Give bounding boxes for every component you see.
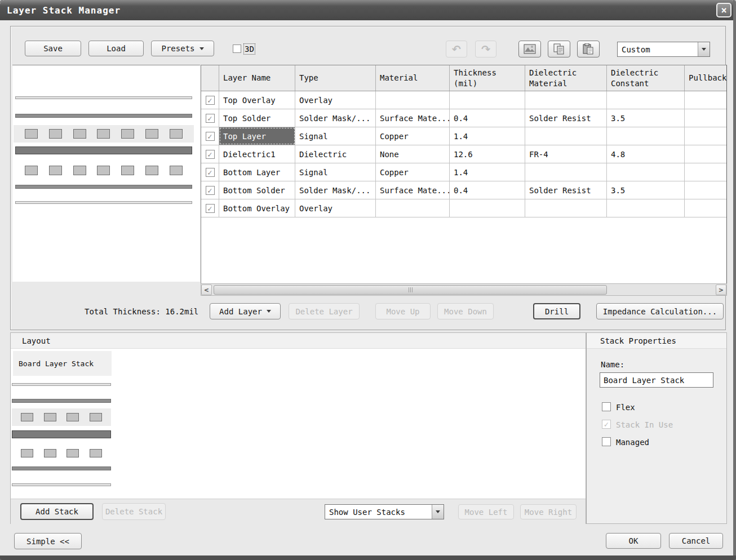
- cell-layer-name[interactable]: Top Solder: [219, 109, 295, 127]
- table-row[interactable]: ✓ Top Layer Signal Copper 1.4: [201, 127, 726, 145]
- cell-layer-name[interactable]: Dielectric1: [219, 145, 295, 163]
- header-thickness[interactable]: Thickness(mil): [450, 65, 525, 91]
- layer-visible-checkbox[interactable]: ✓: [206, 132, 215, 141]
- cell-pullback[interactable]: [685, 199, 726, 217]
- header-pullback[interactable]: Pullback: [685, 65, 726, 91]
- ok-button[interactable]: OK: [606, 533, 661, 549]
- cell-material[interactable]: [376, 91, 450, 109]
- layout-canvas[interactable]: Board Layer Stack: [11, 349, 586, 499]
- stack-bar-bottom-overlay[interactable]: [15, 201, 192, 204]
- mini-stack-bar-top-solder[interactable]: [12, 399, 111, 403]
- cell-dielectric-constant[interactable]: 3.5: [607, 109, 685, 127]
- managed-checkbox[interactable]: [602, 437, 611, 446]
- cell-type[interactable]: Signal: [295, 163, 376, 181]
- cell-dielectric-material[interactable]: [525, 91, 607, 109]
- cell-material[interactable]: None: [376, 145, 450, 163]
- stack-bar-top-solder[interactable]: [15, 114, 192, 118]
- cell-dielectric-constant[interactable]: 4.8: [607, 145, 685, 163]
- simple-toggle-button[interactable]: Simple <<: [14, 533, 82, 549]
- cell-pullback[interactable]: [685, 163, 726, 181]
- layer-visible-checkbox[interactable]: ✓: [206, 150, 215, 159]
- stack-bar-dielectric1[interactable]: [15, 146, 192, 154]
- cell-material[interactable]: Surface Mate...: [376, 181, 450, 199]
- header-layer-name[interactable]: Layer Name: [219, 65, 295, 91]
- combo-drop-button[interactable]: [698, 42, 710, 56]
- mini-stack-band-bottom-layer[interactable]: [12, 445, 111, 462]
- cell-type[interactable]: Dielectric: [295, 145, 376, 163]
- cell-type[interactable]: Solder Mask/...: [295, 109, 376, 127]
- cell-dielectric-material[interactable]: Solder Resist: [525, 181, 607, 199]
- layer-visible-checkbox[interactable]: ✓: [206, 204, 215, 213]
- table-row[interactable]: ✓ Dielectric1 Dielectric None 12.6 FR-4 …: [201, 145, 726, 163]
- cell-layer-name-selected[interactable]: Top Layer: [219, 127, 295, 145]
- header-material[interactable]: Material: [376, 65, 450, 91]
- cancel-button[interactable]: Cancel: [669, 533, 723, 549]
- cell-thickness[interactable]: [450, 199, 525, 217]
- cell-material[interactable]: Surface Mate...: [376, 109, 450, 127]
- cell-dielectric-material[interactable]: [525, 127, 607, 145]
- show-stacks-select[interactable]: Show User Stacks: [325, 504, 444, 519]
- cell-dielectric-constant[interactable]: 3.5: [607, 181, 685, 199]
- header-type[interactable]: Type: [295, 65, 376, 91]
- cell-material[interactable]: [376, 199, 450, 217]
- cell-pullback[interactable]: [685, 91, 726, 109]
- mini-stack-bar-top-overlay[interactable]: [12, 383, 111, 386]
- load-button[interactable]: Load: [88, 41, 144, 56]
- drill-button[interactable]: Drill: [533, 303, 580, 319]
- stack-bar-top-overlay[interactable]: [15, 96, 192, 99]
- flex-checkbox[interactable]: [602, 402, 611, 411]
- scroll-right-arrow[interactable]: >: [716, 285, 726, 295]
- cell-dielectric-constant[interactable]: [607, 127, 685, 145]
- cell-thickness[interactable]: 12.6: [450, 145, 525, 163]
- cell-dielectric-constant[interactable]: [607, 163, 685, 181]
- combo-drop-button[interactable]: [432, 505, 444, 519]
- stack-image-button[interactable]: [518, 41, 541, 57]
- cell-material[interactable]: Copper: [376, 127, 450, 145]
- scroll-thumb[interactable]: [214, 285, 607, 295]
- layer-visible-checkbox[interactable]: ✓: [206, 96, 215, 105]
- presets-dropdown-button[interactable]: Presets: [151, 41, 214, 56]
- cell-dielectric-material[interactable]: Solder Resist: [525, 109, 607, 127]
- cell-thickness[interactable]: 1.4: [450, 127, 525, 145]
- cell-pullback[interactable]: [685, 181, 726, 199]
- cell-dielectric-material[interactable]: FR-4: [525, 145, 607, 163]
- cell-layer-name[interactable]: Bottom Solder: [219, 181, 295, 199]
- mini-stack-bar-bottom-solder[interactable]: [12, 466, 111, 470]
- cell-pullback[interactable]: [685, 109, 726, 127]
- mini-stack-bar-dielectric[interactable]: [12, 430, 111, 438]
- cell-layer-name[interactable]: Bottom Overlay: [219, 199, 295, 217]
- preset-select[interactable]: Custom: [617, 42, 710, 57]
- table-row[interactable]: ✓ Bottom Layer Signal Copper 1.4: [201, 163, 726, 181]
- stack-name-input[interactable]: [600, 372, 713, 388]
- save-button[interactable]: Save: [25, 41, 81, 56]
- stack-card-header[interactable]: Board Layer Stack: [13, 351, 112, 376]
- table-row[interactable]: ✓ Bottom Overlay Overlay: [201, 199, 726, 217]
- cell-thickness[interactable]: [450, 91, 525, 109]
- add-stack-button[interactable]: Add Stack: [20, 503, 94, 520]
- impedance-calculation-button[interactable]: Impedance Calculation...: [596, 303, 724, 319]
- cell-dielectric-constant[interactable]: [607, 199, 685, 217]
- cell-type[interactable]: Signal: [295, 127, 376, 145]
- stack-band-top-layer[interactable]: [14, 125, 194, 143]
- layer-visible-checkbox[interactable]: ✓: [206, 186, 215, 195]
- cell-dielectric-material[interactable]: [525, 199, 607, 217]
- layer-visible-checkbox[interactable]: ✓: [206, 168, 215, 177]
- cell-dielectric-constant[interactable]: [607, 91, 685, 109]
- cell-type[interactable]: Overlay: [295, 199, 376, 217]
- close-button[interactable]: ×: [716, 3, 731, 17]
- cell-layer-name[interactable]: Bottom Layer: [219, 163, 295, 181]
- table-row[interactable]: ✓ Bottom Solder Solder Mask/... Surface …: [201, 181, 726, 199]
- layer-visible-checkbox[interactable]: ✓: [206, 114, 215, 123]
- cell-material[interactable]: Copper: [376, 163, 450, 181]
- table-row[interactable]: ✓ Top Overlay Overlay: [201, 91, 726, 109]
- stack-bar-bottom-solder[interactable]: [15, 185, 192, 189]
- cell-layer-name[interactable]: Top Overlay: [219, 91, 295, 109]
- header-dielectric-material[interactable]: DielectricMaterial: [525, 65, 607, 91]
- cell-thickness[interactable]: 1.4: [450, 163, 525, 181]
- cell-pullback[interactable]: [685, 127, 726, 145]
- cell-thickness[interactable]: 0.4: [450, 181, 525, 199]
- cell-thickness[interactable]: 0.4: [450, 109, 525, 127]
- scroll-left-arrow[interactable]: <: [201, 285, 212, 295]
- cell-pullback[interactable]: [685, 145, 726, 163]
- header-dielectric-constant[interactable]: DielectricConstant: [607, 65, 685, 91]
